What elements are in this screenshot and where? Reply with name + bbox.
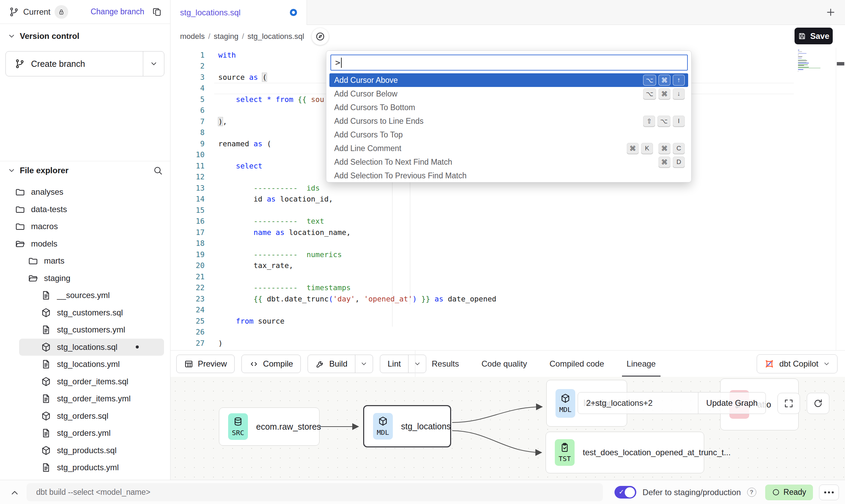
search-icon[interactable] bbox=[153, 165, 163, 176]
line-number: 23 bbox=[171, 295, 205, 303]
button-label: Compile bbox=[263, 359, 293, 369]
file-tree-item[interactable]: stg_customers.sql bbox=[0, 304, 170, 322]
lineage-node-test[interactable]: TST test_does_location_opened_at_trunc_t… bbox=[546, 432, 704, 473]
code-line[interactable]: 26 bbox=[171, 327, 845, 338]
file-tree-item[interactable]: stg_orders.sql bbox=[0, 407, 170, 425]
file-icon bbox=[41, 290, 51, 300]
lint-dropdown[interactable] bbox=[408, 355, 426, 373]
code-line[interactable]: 16 ---------- text bbox=[171, 216, 845, 227]
save-button[interactable]: Save bbox=[795, 28, 833, 44]
breadcrumb-staging[interactable]: staging bbox=[214, 32, 239, 41]
file-tree-item[interactable]: stg_orders.yml bbox=[0, 425, 170, 442]
minimap[interactable] bbox=[798, 50, 820, 72]
more-options-button[interactable] bbox=[819, 485, 839, 500]
code-line[interactable]: 13 ---------- ids bbox=[171, 182, 845, 194]
scrollbar-thumb[interactable] bbox=[837, 62, 844, 65]
fullscreen-button[interactable] bbox=[777, 393, 800, 414]
version-control-header[interactable]: Version control bbox=[8, 31, 79, 41]
lineage-canvas[interactable]: MDL locations atio SRC ecom.raw_stores M… bbox=[171, 377, 845, 480]
file-tree-item[interactable]: analyses bbox=[0, 183, 170, 201]
line-content: tax_rate, bbox=[218, 261, 293, 270]
code-line[interactable]: 27) bbox=[171, 338, 845, 349]
refresh-button[interactable] bbox=[807, 393, 829, 414]
build-button[interactable]: Build bbox=[308, 355, 373, 373]
palette-item[interactable]: Add Selection To Previous Find Match bbox=[329, 169, 688, 182]
defer-toggle[interactable]: ✓ bbox=[614, 486, 636, 499]
preview-button[interactable]: Preview bbox=[176, 355, 235, 373]
code-line[interactable]: 19 ---------- numerics bbox=[171, 249, 845, 260]
code-line[interactable]: 24 bbox=[171, 305, 845, 316]
ready-status-badge[interactable]: Ready bbox=[765, 485, 813, 500]
palette-item[interactable]: Add Cursors To Top bbox=[329, 128, 688, 142]
update-graph-button[interactable]: Update Graph bbox=[698, 392, 766, 414]
folder-icon bbox=[28, 256, 38, 266]
copy-icon[interactable] bbox=[152, 7, 162, 17]
file-tree-item[interactable]: stg_order_items.sql bbox=[0, 373, 170, 390]
palette-item[interactable]: Add Line Comment⌘K⌘C bbox=[329, 142, 688, 155]
dbt-copilot-button[interactable]: dbt Copilot bbox=[757, 354, 837, 373]
command-input[interactable]: dbt build --select <model_name> bbox=[27, 483, 603, 501]
git-branch-icon bbox=[9, 7, 19, 17]
breadcrumb-file[interactable]: stg_locations.sql bbox=[248, 32, 304, 41]
lineage-node-source[interactable]: SRC ecom.raw_stores bbox=[219, 407, 320, 446]
command-palette-input[interactable]: > bbox=[330, 55, 688, 71]
check-icon: ✓ bbox=[619, 488, 624, 496]
node-badge: MDL bbox=[559, 405, 572, 414]
file-tree-item[interactable]: marts bbox=[0, 252, 170, 270]
palette-item-label: Add Cursor Above bbox=[334, 76, 398, 85]
file-tree-item[interactable]: data-tests bbox=[0, 201, 170, 218]
shortcut-chips: ⌥⌘↑ bbox=[643, 75, 685, 86]
palette-item[interactable]: Add Cursor Below⌥⌘↓ bbox=[329, 87, 688, 101]
line-content: id as location_id, bbox=[218, 195, 333, 203]
create-branch-dropdown[interactable] bbox=[143, 51, 164, 76]
code-line[interactable]: 14 id as location_id, bbox=[171, 194, 845, 205]
file-tree-item[interactable]: stg_products.sql bbox=[0, 442, 170, 459]
tab-compiled-code[interactable]: Compiled code bbox=[549, 351, 604, 377]
explore-compass-button[interactable] bbox=[312, 28, 329, 45]
file-tree-item[interactable]: stg_products.yml bbox=[0, 459, 170, 476]
palette-item[interactable]: Add Cursors to Line Ends⇧⌥I bbox=[329, 114, 688, 128]
file-tree-item[interactable]: stg_locations.yml bbox=[0, 356, 170, 373]
shortcut-chips: ⇧⌥I bbox=[643, 116, 685, 127]
palette-item[interactable]: Add Selection To Next Find Match⌘D bbox=[329, 155, 688, 169]
code-line[interactable]: 15 bbox=[171, 205, 845, 216]
lint-button[interactable]: Lint bbox=[380, 355, 427, 373]
tab-stg-locations[interactable]: stg_locations.sql bbox=[171, 0, 307, 25]
tab-lineage[interactable]: Lineage bbox=[627, 351, 656, 377]
compile-button[interactable]: Compile bbox=[241, 355, 301, 373]
tab-results[interactable]: Results bbox=[432, 351, 459, 377]
code-line[interactable]: 20 tax_rate, bbox=[171, 260, 845, 271]
file-tree-item[interactable]: models bbox=[0, 235, 170, 253]
build-dropdown[interactable] bbox=[355, 355, 373, 373]
file-tree-item[interactable]: stg_order_items.yml bbox=[0, 390, 170, 407]
code-line[interactable]: 22 ---------- timestamps bbox=[171, 282, 845, 294]
code-line[interactable]: 23 {{ dbt.date_trunc('day', 'opened_at')… bbox=[171, 293, 845, 305]
palette-item[interactable]: Add Cursors To Bottom bbox=[329, 101, 688, 114]
file-tree-item[interactable]: stg_customers.yml bbox=[0, 321, 170, 339]
create-branch-main[interactable]: Create branch bbox=[6, 51, 143, 76]
file-tree-item[interactable]: staging bbox=[0, 270, 170, 287]
create-branch-button[interactable]: Create branch bbox=[5, 51, 164, 76]
new-tab-plus-icon[interactable] bbox=[825, 7, 836, 18]
breadcrumb-models[interactable]: models bbox=[180, 32, 205, 41]
code-line[interactable]: 21 bbox=[171, 271, 845, 282]
file-tree-item[interactable]: __sources.yml bbox=[0, 287, 170, 304]
file-name: __sources.yml bbox=[57, 291, 110, 300]
file-name: stg_products.yml bbox=[57, 463, 119, 472]
lineage-node-model[interactable]: MDL stg_locations bbox=[363, 405, 451, 447]
code-line[interactable]: 18 bbox=[171, 238, 845, 249]
file-tree-item[interactable]: macros bbox=[0, 218, 170, 235]
chevron-up-icon[interactable] bbox=[10, 488, 20, 498]
scrollbar-track bbox=[836, 48, 836, 350]
help-icon[interactable]: ? bbox=[747, 488, 756, 497]
palette-item[interactable]: Add Cursor Above⌥⌘↑ bbox=[329, 73, 688, 87]
change-branch-link[interactable]: Change branch bbox=[91, 7, 144, 16]
file-explorer-header[interactable]: File explorer bbox=[8, 165, 163, 176]
code-line[interactable]: 25 from source bbox=[171, 315, 845, 327]
tab-code-quality[interactable]: Code quality bbox=[481, 351, 527, 377]
lineage-search-input[interactable]: 2+stg_locations+2 bbox=[578, 392, 698, 414]
branch-locked-badge bbox=[55, 5, 68, 19]
code-line[interactable]: 17 name as location_name, bbox=[171, 227, 845, 238]
file-tree-item[interactable]: stg_locations.sql bbox=[19, 339, 164, 356]
cube-icon bbox=[378, 416, 388, 426]
